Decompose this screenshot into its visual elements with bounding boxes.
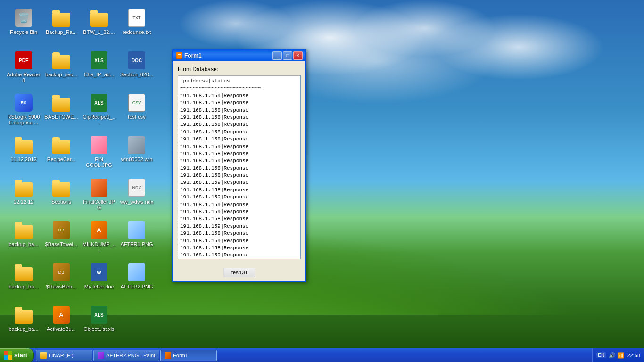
dialog-title: Form1 [184,52,271,59]
minimize-button[interactable]: _ [272,51,282,60]
icon-ww-wdws[interactable]: NDX ww_wdws.ndx [118,174,156,217]
form-icon [176,52,182,59]
icon-label-ww-wdws: ww_wdws.ndx [120,199,153,205]
icon-rawsblen[interactable]: DB $RawsBlen... [42,259,80,302]
taskbar-item-paint-label: AFTER2.PNG - Paint [106,353,155,358]
maximize-button[interactable]: □ [283,51,292,60]
icon-sections[interactable]: Sections [42,174,80,217]
icon-label-backup-ba3: backup_ba... [9,326,39,332]
taskbar-item-form1-label: Form1 [173,353,188,358]
icon-test-csv[interactable]: CSV test.csv [118,90,156,132]
icon-label-adobe: Adobe Reader 8 [7,72,41,83]
icon-milkdump[interactable]: A MILKDUMP_... [80,217,118,259]
icon-label-che-ip: Che_IP_ad... [84,72,114,77]
form1-dialog: Form1 _ □ ✕ From Database: ipaddress|sta… [172,49,306,282]
dialog-footer: testDB [173,264,305,281]
icon-fin-cool[interactable]: FIN COOL.JPG [80,132,118,174]
taskbar-icons-systray: 🔊 📶 [609,352,624,359]
icon-label-sections: Sections [51,199,71,205]
icon-backup-ba1[interactable]: backup_ba... [5,217,42,259]
icon-objectlist[interactable]: XLS ObjectList.xls [80,302,118,344]
icon-label-12-12-12: 12.12.12 [14,199,34,205]
desktop-icon-grid: 🗑️ Recycle Bin Backup_Ra... BTW_1_22....… [5,5,156,362]
windows-logo [4,351,12,360]
icon-label-fin-cool: FIN COOL.JPG [82,156,116,168]
icon-redounce[interactable]: TXT redounce.txt [118,5,156,47]
icon-label-backup-ba1: backup_ba... [9,241,39,247]
taskbar-item-linar-label: LINAR (F:) [49,353,74,358]
icon-adobe-reader[interactable]: PDF Adobe Reader 8 [5,47,42,90]
icon-activatebu[interactable]: A ActivateBu... [42,302,80,344]
icon-label-basetowei: $BaseTowei... [45,241,77,247]
icon-backup-ba3[interactable]: backup_ba... [5,302,42,344]
icon-after2-png1[interactable]: AFTER2.PNG [118,259,156,302]
taskbar-time: 22:58 [627,353,640,358]
icon-label-section620: Section_620... [120,72,153,77]
icon-label-redounce: redounce.txt [123,29,151,35]
taskbar-system-tray: EN 🔊 📶 22:58 [592,348,644,362]
taskbar-item-linar[interactable]: LINAR (F:) [36,350,92,361]
icon-basetowe[interactable]: BASETOWE... [42,90,80,132]
icon-label-rawsblen: $RawsBlen... [46,284,77,289]
icon-label-objectlist: ObjectList.xls [83,326,114,332]
dialog-from-database-label: From Database: [178,66,301,73]
language-indicator: EN [596,352,606,358]
icon-recycle-bin[interactable]: 🗑️ Recycle Bin [5,5,42,47]
taskbar-item-paint[interactable]: AFTER2.PNG - Paint [93,350,159,361]
icon-rslogix[interactable]: RS RSLogix 5000 Enterprise ... [5,90,42,132]
icon-11-12-2012[interactable]: 11.12.2012 [5,132,42,174]
dialog-window-controls: _ □ ✕ [272,51,303,60]
svg-rect-1 [178,54,181,55]
dialog-body: From Database: ipaddress|status~~~~~~~~~… [173,61,305,264]
taskbar-form-icon [165,352,171,359]
icon-12-12-12[interactable]: 12.12.12 [5,174,42,217]
icon-btw[interactable]: BTW_1_22.... [80,5,118,47]
taskbar: start LINAR (F:) AFTER2.PNG - Paint Form… [0,348,644,362]
icon-recipecar[interactable]: RecipeCar... [42,132,80,174]
dialog-titlebar[interactable]: Form1 _ □ ✕ [173,49,305,61]
icon-label-after1-png: AFTER1.PNG [120,241,153,247]
icon-label-my-letter: My letter.doc [84,284,114,289]
icon-ciprecipe[interactable]: XLS CipRecipe0_... [80,90,118,132]
icon-label-backup-ra: Backup_Ra... [46,29,77,35]
taskbar-folder-icon [40,352,47,359]
icon-label-finalcoller: FinalColler.JPG [82,199,116,210]
taskbar-item-form1[interactable]: Form1 [160,350,217,361]
icon-label-backup-ba2: backup_ba... [9,284,39,289]
icon-section620[interactable]: DOC Section_620... [118,47,156,90]
icon-label-backup-sec: backup_sec... [45,72,77,77]
icon-label-recipecar: RecipeCar... [47,156,76,162]
icon-backup-sec[interactable]: backup_sec... [42,47,80,90]
desktop: 🗑️ Recycle Bin Backup_Ra... BTW_1_22....… [0,0,644,362]
svg-rect-2 [178,56,181,56]
close-button[interactable]: ✕ [293,51,303,60]
icon-backup-ra[interactable]: Backup_Ra... [42,5,80,47]
icon-label-basetowe: BASETOWE... [44,114,78,120]
icon-basetowei[interactable]: DB $BaseTowei... [42,217,80,259]
icon-label-recycle-bin: Recycle Bin [10,29,37,35]
taskbar-paint-icon [98,352,104,359]
icon-label-btw: BTW_1_22.... [83,29,115,35]
icon-label-win00002: win00002.win [121,156,153,162]
dialog-textbox[interactable]: ipaddress|status~~~~~~~~~~~~~~~~~~~~~~~~… [178,75,301,259]
icon-label-11-12-2012: 11.12.2012 [10,156,36,162]
icon-finalcoller[interactable]: FinalColler.JPG [80,174,118,217]
icon-win00002[interactable]: win00002.win [118,132,156,174]
icon-label-activatebu: ActivateBu... [47,326,76,332]
start-button[interactable]: start [0,348,34,362]
icon-after1-png[interactable]: AFTER1.PNG [118,217,156,259]
icon-label-ciprecipe: CipRecipe0_... [82,114,116,125]
testdb-button[interactable]: testDB [223,268,255,277]
icon-label-test-csv: test.csv [128,114,145,120]
start-label: start [14,352,27,359]
taskbar-items: LINAR (F:) AFTER2.PNG - Paint Form1 [36,350,592,361]
icon-backup-ba2[interactable]: backup_ba... [5,259,42,302]
icon-label-milkdump: MILKDUMP_... [82,241,116,253]
icon-label-rslogix: RSLogix 5000 Enterprise ... [7,114,41,125]
icon-my-letter[interactable]: W My letter.doc [80,259,118,302]
icon-label-after2-png1: AFTER2.PNG [120,284,153,289]
icon-che-ip[interactable]: XLS Che_IP_ad... [80,47,118,90]
